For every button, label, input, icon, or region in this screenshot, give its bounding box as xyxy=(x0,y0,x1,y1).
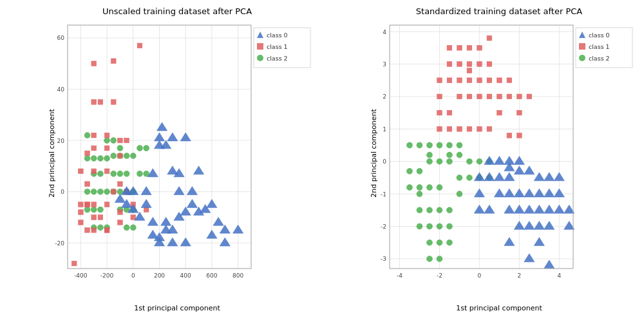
svg-rect-84 xyxy=(104,146,109,151)
svg-point-180 xyxy=(406,168,412,174)
svg-point-56 xyxy=(130,225,136,231)
svg-rect-253 xyxy=(497,110,502,115)
svg-rect-73 xyxy=(79,220,84,225)
svg-text:-20: -20 xyxy=(55,240,64,247)
svg-point-205 xyxy=(437,142,442,148)
svg-point-47 xyxy=(124,171,129,176)
svg-rect-229 xyxy=(437,78,442,83)
right-plot-svg: -4-2024-3-2-101234class 0class 1class 2 xyxy=(361,19,638,288)
svg-rect-303 xyxy=(579,43,585,50)
svg-text:-4: -4 xyxy=(397,272,402,279)
left-y-label: 2nd principal component xyxy=(48,109,56,198)
svg-point-28 xyxy=(84,189,90,194)
svg-rect-91 xyxy=(98,100,103,105)
svg-point-184 xyxy=(446,158,452,164)
svg-rect-75 xyxy=(104,202,109,207)
svg-point-46 xyxy=(117,171,123,176)
right-chart-wrapper: Standardized training dataset after PCA … xyxy=(322,0,644,322)
svg-rect-86 xyxy=(91,133,97,138)
svg-point-219 xyxy=(426,152,432,158)
right-chart-title: Standardized training dataset after PCA xyxy=(361,6,638,16)
svg-rect-104 xyxy=(144,207,149,213)
svg-point-57 xyxy=(137,145,142,151)
svg-point-63 xyxy=(124,153,129,158)
svg-text:40: 40 xyxy=(57,86,65,93)
svg-rect-254 xyxy=(507,133,512,138)
svg-point-27 xyxy=(97,171,103,176)
svg-rect-221 xyxy=(437,94,442,99)
svg-point-55 xyxy=(124,225,129,231)
svg-text:-1: -1 xyxy=(381,191,386,198)
svg-rect-102 xyxy=(111,189,116,194)
svg-rect-225 xyxy=(487,94,492,99)
svg-rect-259 xyxy=(467,68,472,73)
svg-rect-85 xyxy=(118,153,123,158)
svg-rect-255 xyxy=(517,110,522,115)
svg-rect-236 xyxy=(507,78,512,83)
svg-text:2: 2 xyxy=(517,272,521,279)
svg-point-192 xyxy=(446,207,452,213)
svg-rect-97 xyxy=(85,227,90,232)
svg-text:class 2: class 2 xyxy=(267,55,288,62)
svg-text:4: 4 xyxy=(557,272,561,279)
svg-point-59 xyxy=(137,171,142,176)
svg-rect-231 xyxy=(457,78,462,83)
svg-point-218 xyxy=(457,152,462,158)
svg-rect-246 xyxy=(487,35,492,41)
svg-point-31 xyxy=(104,189,110,194)
svg-point-206 xyxy=(446,142,452,148)
right-x-label: 1st principal component xyxy=(456,304,542,312)
svg-rect-67 xyxy=(91,215,97,220)
svg-rect-90 xyxy=(91,100,97,105)
svg-text:class 0: class 0 xyxy=(267,32,288,39)
svg-text:0: 0 xyxy=(61,189,64,195)
svg-rect-230 xyxy=(447,78,452,83)
svg-point-202 xyxy=(406,142,412,148)
left-chart-title: Unscaled training dataset after PCA xyxy=(39,6,316,16)
svg-point-201 xyxy=(437,256,442,261)
svg-point-43 xyxy=(111,138,117,144)
svg-point-183 xyxy=(437,158,442,164)
svg-rect-258 xyxy=(517,133,522,138)
svg-text:3: 3 xyxy=(383,61,386,68)
svg-rect-87 xyxy=(104,133,109,138)
svg-text:200: 200 xyxy=(154,272,165,279)
svg-rect-239 xyxy=(467,62,472,67)
svg-point-61 xyxy=(111,153,117,158)
svg-point-58 xyxy=(144,145,149,151)
svg-point-36 xyxy=(97,225,103,231)
svg-point-44 xyxy=(117,145,123,151)
svg-point-186 xyxy=(417,185,422,191)
svg-rect-243 xyxy=(457,45,462,50)
svg-point-150 xyxy=(257,55,263,61)
svg-point-188 xyxy=(437,185,442,191)
svg-rect-78 xyxy=(79,169,84,174)
svg-text:-200: -200 xyxy=(100,272,114,279)
svg-point-204 xyxy=(426,142,432,148)
svg-point-40 xyxy=(97,155,103,161)
svg-point-33 xyxy=(91,207,97,213)
svg-rect-70 xyxy=(79,210,84,215)
svg-rect-223 xyxy=(467,94,472,99)
left-plot-svg: -400-2000200400600800-200204060class 0cl… xyxy=(39,19,316,288)
svg-rect-68 xyxy=(98,215,103,220)
svg-rect-74 xyxy=(91,202,97,207)
svg-rect-92 xyxy=(111,100,116,105)
svg-rect-96 xyxy=(104,227,109,232)
svg-rect-227 xyxy=(507,94,512,99)
svg-rect-88 xyxy=(118,138,123,143)
svg-point-305 xyxy=(579,55,585,61)
svg-rect-233 xyxy=(477,78,482,83)
svg-point-195 xyxy=(437,223,442,229)
right-chart-area: 2nd principal component 1st principal co… xyxy=(361,19,638,288)
svg-text:20: 20 xyxy=(57,138,65,144)
svg-rect-248 xyxy=(447,126,452,131)
svg-text:0: 0 xyxy=(478,272,482,279)
svg-rect-79 xyxy=(91,169,97,174)
svg-point-185 xyxy=(406,185,412,191)
svg-rect-98 xyxy=(71,261,77,266)
svg-point-182 xyxy=(426,158,432,164)
svg-point-30 xyxy=(97,189,103,194)
svg-rect-89 xyxy=(124,138,129,143)
svg-point-215 xyxy=(457,191,462,197)
